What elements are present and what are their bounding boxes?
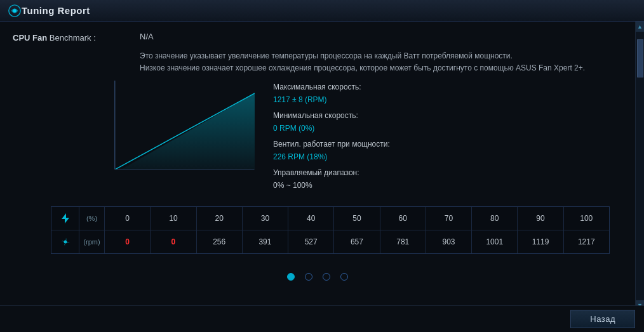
bolt-icon: [60, 213, 71, 224]
cpu-fan-benchmark-row: CPU Fan Benchmark : N/A: [13, 32, 622, 43]
header-val-100: 100: [564, 207, 609, 230]
header-val-0: 0: [105, 207, 151, 230]
header-val-80: 80: [472, 207, 518, 230]
scroll-track: [637, 33, 643, 309]
benchmark-table: (%) 0 10 20 30 40 50 60 70 80 90 100: [51, 206, 610, 254]
max-speed-label: Максимальная скорость:: [273, 83, 361, 91]
fan-icon-cell: [51, 230, 79, 253]
header-unit-cell: (%): [79, 207, 105, 230]
header-val-60: 60: [380, 207, 426, 230]
header-val-10: 10: [151, 207, 196, 230]
header-unit-label: (%): [86, 215, 97, 222]
min-speed-row: Минимальная скорость: 0 RPM (0%): [273, 109, 390, 134]
header-val-70: 70: [426, 207, 472, 230]
svg-point-1: [13, 9, 17, 13]
scrollbar: ▲ ▼: [635, 22, 644, 310]
data-val-5: 657: [334, 230, 380, 253]
scroll-up-button[interactable]: ▲: [636, 22, 645, 32]
min-speed-value: 0 RPM (0%): [273, 124, 314, 133]
svg-marker-6: [62, 213, 69, 223]
data-val-2: 256: [197, 230, 243, 253]
table-header-row: (%) 0 10 20 30 40 50 60 70 80 90 100: [51, 207, 609, 230]
fan-chart-svg: [115, 81, 255, 169]
start-speed-row: Вентил. работает при мощности: 226 RPM (…: [273, 138, 390, 163]
stats-panel: Максимальная скорость: 1217 ± 8 (RPM) Ми…: [273, 81, 390, 191]
cpu-fan-bold-label: CPU Fan: [13, 33, 47, 43]
header-val-40: 40: [288, 207, 334, 230]
data-val-6: 781: [380, 230, 426, 253]
chart-stats-area: Максимальная скорость: 1217 ± 8 (RPM) Ми…: [114, 81, 622, 191]
back-button[interactable]: Назад: [570, 310, 635, 328]
range-label: Управляемый диапазон:: [273, 168, 359, 177]
table-data-row: (rpm) 0 0 256 391 527 657 781 903 1001 1…: [51, 230, 609, 253]
data-val-8: 1001: [472, 230, 518, 253]
data-val-7: 903: [426, 230, 472, 253]
pagination-dot-2[interactable]: [305, 273, 312, 281]
main-content: CPU Fan Benchmark : N/A Это значение ука…: [0, 22, 635, 305]
data-unit-label: (rpm): [83, 238, 100, 246]
min-speed-label: Минимальная скорость:: [273, 111, 358, 120]
header-val-90: 90: [518, 207, 563, 230]
data-val-10: 1217: [564, 230, 609, 253]
description-line2: Низкое значение означает хорошее охлажде…: [140, 62, 622, 74]
start-speed-value: 226 RPM (18%): [273, 152, 327, 161]
page-title: Tuning Report: [22, 5, 90, 16]
bolt-icon-cell: [51, 207, 79, 230]
range-row: Управляемый диапазон: 0% ~ 100%: [273, 166, 390, 191]
data-val-3: 391: [243, 230, 288, 253]
svg-point-7: [64, 241, 67, 244]
data-val-4: 527: [288, 230, 334, 253]
description-text: Это значение указывает увеличение темпер…: [140, 50, 622, 74]
range-value: 0% ~ 100%: [273, 181, 312, 190]
data-val-0: 0: [105, 230, 151, 253]
data-val-9: 1119: [518, 230, 563, 253]
header-val-30: 30: [243, 207, 288, 230]
asus-logo-icon: [8, 4, 22, 18]
fan-chart: [114, 81, 254, 169]
data-unit-cell: (rpm): [79, 230, 105, 253]
max-speed-value: 1217 ± 8 (RPM): [273, 95, 327, 104]
pagination-dot-1[interactable]: [287, 273, 295, 281]
description-line1: Это значение указывает увеличение темпер…: [140, 50, 622, 62]
cpu-fan-value: N/A: [140, 32, 154, 41]
fan-icon: [60, 236, 71, 248]
footer-bar: Назад: [0, 305, 644, 332]
pagination-dot-3[interactable]: [323, 273, 330, 281]
start-speed-label: Вентил. работает при мощности:: [273, 140, 390, 149]
pagination-dot-4[interactable]: [340, 273, 348, 281]
header-bar: Tuning Report: [0, 0, 644, 22]
cpu-fan-label-rest: Benchmark :: [47, 33, 96, 43]
data-val-1: 0: [151, 230, 196, 253]
header-val-20: 20: [197, 207, 243, 230]
max-speed-row: Максимальная скорость: 1217 ± 8 (RPM): [273, 81, 390, 105]
scroll-thumb[interactable]: [637, 39, 643, 77]
cpu-fan-label: CPU Fan Benchmark :: [13, 32, 140, 43]
header-val-50: 50: [334, 207, 380, 230]
pagination-dots: [13, 273, 622, 281]
